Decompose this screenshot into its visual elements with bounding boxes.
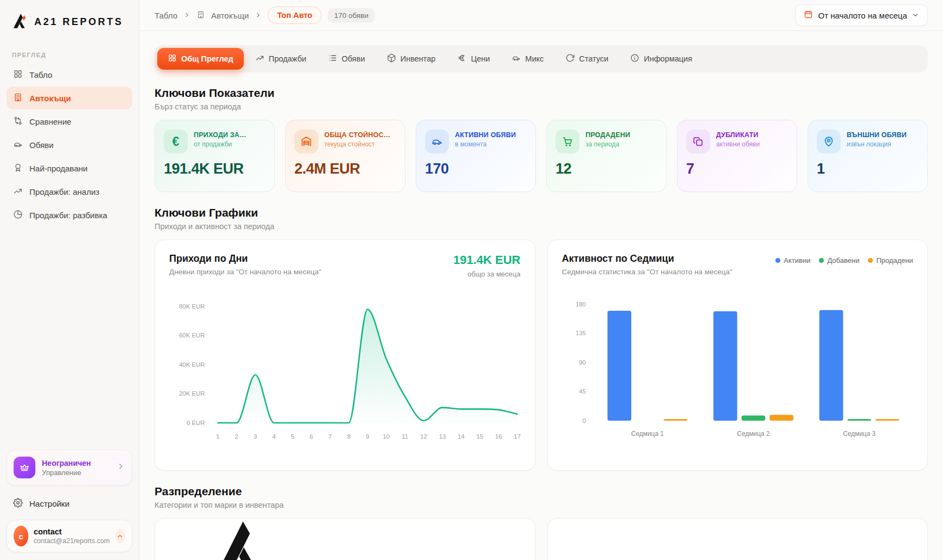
- sidebar-item-comparison[interactable]: Сравнение: [7, 110, 132, 133]
- sidebar-item-dealers[interactable]: Автокъщи: [7, 87, 132, 109]
- tab-info[interactable]: Информация: [620, 48, 702, 70]
- user-card[interactable]: c contact contact@a21reports.com: [7, 520, 132, 552]
- sidebar-item-label: Сравнение: [29, 117, 71, 126]
- distribution-section-subtitle: Категории и топ марки в инвентара: [155, 501, 928, 509]
- chevron-right-icon: [183, 11, 190, 20]
- content: Общ Преглед Продажби Обяви Инвентар Цени: [139, 31, 943, 560]
- distribution-card-brands: [547, 518, 928, 560]
- kpi-value: 2.4M EUR: [294, 161, 396, 177]
- kpi-title: ВЪНШНИ ОБЯВИ: [847, 131, 907, 139]
- svg-text:15: 15: [476, 433, 483, 440]
- car-icon: [13, 139, 23, 151]
- svg-text:180: 180: [575, 301, 585, 307]
- sidebar-item-label: Продажби: анализ: [29, 187, 100, 196]
- calendar-icon: [804, 10, 813, 21]
- svg-text:7: 7: [329, 433, 332, 440]
- kpi-title: ПРИХОДИ ЗА…: [194, 131, 246, 139]
- gear-icon: [13, 498, 23, 509]
- legend-item-added: Добавени: [819, 256, 859, 264]
- line-chart-subtitle: Дневни приходи за "От началото на месеца…: [169, 268, 322, 276]
- tab-statuses[interactable]: Статуси: [555, 48, 619, 70]
- svg-text:1: 1: [216, 433, 219, 440]
- kpi-value: 7: [686, 161, 788, 177]
- tab-inventory[interactable]: Инвентар: [377, 48, 446, 70]
- date-range-selector[interactable]: От началото на месеца: [795, 4, 928, 26]
- svg-text:Седмица 1: Седмица 1: [631, 430, 663, 438]
- svg-text:8: 8: [347, 433, 350, 440]
- garage-icon: [294, 130, 318, 153]
- svg-text:20K EUR: 20K EUR: [179, 390, 205, 397]
- tab-listings[interactable]: Обяви: [318, 48, 375, 70]
- svg-text:10: 10: [383, 433, 390, 440]
- crown-icon: [14, 457, 35, 478]
- legend-item-active: Активни: [775, 256, 810, 264]
- listings-count-badge: 170 обяви: [328, 8, 375, 23]
- kpi-subtitle: от продажби: [194, 140, 246, 148]
- info-icon: [630, 53, 639, 64]
- breadcrumb-dashboard[interactable]: Табло: [155, 11, 177, 20]
- tab-bar: Общ Преглед Продажби Обяви Инвентар Цени: [155, 45, 928, 72]
- tab-mix[interactable]: Микс: [501, 48, 554, 70]
- sidebar-item-settings[interactable]: Настройки: [0, 491, 139, 516]
- trending-up-icon: [13, 186, 23, 198]
- svg-text:13: 13: [439, 433, 446, 440]
- kpi-value: 12: [556, 161, 657, 177]
- euro-icon: [457, 53, 466, 64]
- copy-icon: [686, 130, 710, 153]
- kpi-subtitle: активни обяви: [716, 140, 760, 148]
- kpi-card-total-value: ОБЩА СТОЙНОС… текуща стойност 2.4M EUR: [285, 120, 405, 192]
- bar-chart-legend: Активни Добавени Продадени: [775, 253, 913, 264]
- medal-icon: [13, 163, 23, 174]
- dashboard-grid-icon: [13, 69, 23, 81]
- plan-card[interactable]: Неограничен Управление: [7, 450, 132, 485]
- svg-text:16: 16: [495, 433, 502, 440]
- compare-icon: [13, 116, 23, 127]
- app-root: A21 REPORTS ПРЕГЛЕД Табло Автокъщи Сравн…: [0, 0, 943, 560]
- brand-logo[interactable]: A21 REPORTS: [0, 0, 139, 36]
- kpi-title: АКТИВНИ ОБЯВИ: [455, 131, 516, 139]
- charts-grid: Приходи по Дни Дневни приходи за "От нач…: [155, 239, 928, 471]
- chevron-right-icon: [255, 11, 262, 20]
- pie-chart-icon: [13, 210, 23, 221]
- svg-text:Седмица 3: Седмица 3: [843, 430, 876, 438]
- kpi-value: 1: [817, 161, 919, 177]
- main-area: Табло Автокъщи Топ Авто 170 обяви От нач…: [139, 0, 943, 560]
- svg-text:60K EUR: 60K EUR: [179, 332, 205, 339]
- sidebar-item-top-sellers[interactable]: Най-продавани: [7, 157, 132, 180]
- line-chart-total-caption: общо за месеца: [453, 270, 521, 278]
- sidebar-nav: Табло Автокъщи Сравнение Обяви Най-прода…: [0, 63, 139, 227]
- svg-text:3: 3: [254, 433, 257, 440]
- tab-prices[interactable]: Цени: [447, 48, 500, 70]
- kpi-card-revenue: € ПРИХОДИ ЗА… от продажби 191.4K EUR: [155, 120, 275, 192]
- car-icon: [511, 53, 521, 64]
- avatar: c: [14, 526, 28, 546]
- revenue-line-chart: 80K EUR60K EUR40K EUR20K EUR0 EUR1234567…: [169, 286, 521, 445]
- sidebar-item-sales-analysis[interactable]: Продажби: анализ: [7, 180, 132, 203]
- cart-icon: [556, 130, 580, 153]
- kpi-section-title: Ключови Показатели: [155, 87, 928, 100]
- line-chart-title: Приходи по Дни: [169, 253, 322, 264]
- tab-overview[interactable]: Общ Преглед: [157, 48, 244, 70]
- kpi-subtitle: за периода: [585, 140, 630, 148]
- svg-text:45: 45: [578, 388, 585, 395]
- breadcrumb-current-pill[interactable]: Топ Авто: [268, 7, 322, 24]
- user-email: contact@a21reports.com: [34, 537, 110, 545]
- map-pin-icon: [817, 130, 841, 153]
- kpi-subtitle: текуща стойност: [324, 140, 391, 148]
- svg-text:11: 11: [402, 433, 408, 440]
- sidebar-item-sales-breakdown[interactable]: Продажби: разбивка: [7, 204, 132, 226]
- svg-text:5: 5: [291, 433, 294, 440]
- kpi-card-active-listings: АКТИВНИ ОБЯВИ в момента 170: [416, 120, 536, 192]
- chevron-up-icon[interactable]: [115, 529, 125, 543]
- kpi-card-duplicates: ДУБЛИКАТИ активни обяви 7: [677, 120, 797, 192]
- kpi-title: ОБЩА СТОЙНОС…: [324, 131, 391, 139]
- sidebar-item-listings[interactable]: Обяви: [7, 133, 132, 156]
- sidebar-item-dashboard[interactable]: Табло: [7, 63, 132, 86]
- tab-sales[interactable]: Продажби: [245, 48, 317, 70]
- building-icon: [196, 10, 205, 21]
- sidebar-item-label: Табло: [29, 70, 52, 79]
- breadcrumb: Табло Автокъщи Топ Авто 170 обяви: [155, 7, 375, 24]
- breadcrumb-dealers[interactable]: Автокъщи: [211, 11, 249, 20]
- kpi-grid: € ПРИХОДИ ЗА… от продажби 191.4K EUR ОБЩ…: [155, 120, 928, 192]
- kpi-value: 170: [425, 161, 527, 177]
